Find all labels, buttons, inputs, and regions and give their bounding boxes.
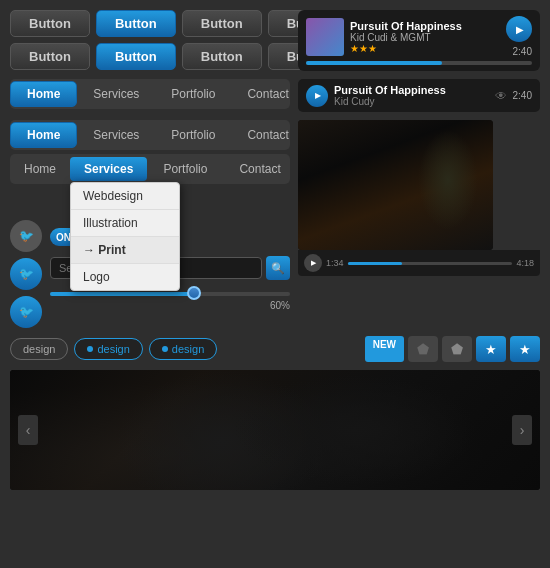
star-icon-1: ★: [485, 342, 497, 357]
slider-thumb[interactable]: [187, 286, 201, 300]
btn-2-1[interactable]: Button: [10, 43, 90, 70]
nav1-portfolio[interactable]: Portfolio: [155, 82, 231, 106]
slider-percent: 60%: [50, 300, 290, 311]
video-time: 1:34: [326, 258, 344, 268]
twitter-btn-1[interactable]: 🐦: [10, 220, 42, 252]
pentagon-btn-1[interactable]: ⬟: [408, 336, 438, 362]
music-duration: 2:40: [513, 46, 532, 57]
toggle-on-label: ON: [56, 232, 71, 243]
left-arrow-icon: ‹: [26, 422, 31, 438]
slider-track[interactable]: [50, 292, 290, 296]
music2-title: Pursuit Of Happiness: [334, 84, 489, 96]
print-arrow: →: [83, 243, 98, 257]
star-btn-2[interactable]: ★: [510, 336, 540, 362]
twitter-icon-3: 🐦: [19, 305, 34, 319]
music-progress-fill: [306, 61, 442, 65]
music-stars: ★★★: [350, 43, 500, 54]
nav-row-2: Home Services Portfolio Contact: [10, 120, 290, 150]
nav1-services[interactable]: Services: [77, 82, 155, 106]
video-controls: ▶ 1:34 4:18: [298, 250, 540, 276]
new-badge: NEW: [365, 336, 404, 362]
btn-2-2[interactable]: Button: [96, 43, 176, 70]
video-progress-bar[interactable]: [348, 262, 513, 265]
nav2-portfolio[interactable]: Portfolio: [155, 123, 231, 147]
dropdown-illustration[interactable]: Illustration: [71, 210, 179, 237]
music-player-1: Pursuit Of Happiness Kid Cudi & MGMT ★★★…: [298, 10, 540, 71]
services-dropdown: Webdesign Illustration → Print Logo: [70, 182, 180, 291]
pentagon-btn-2[interactable]: ⬟: [442, 336, 472, 362]
eye-icon[interactable]: 👁: [495, 89, 507, 103]
tag-plain[interactable]: design: [10, 338, 68, 360]
nav2-contact[interactable]: Contact: [231, 123, 304, 147]
album-art: [306, 18, 344, 56]
right-arrow-icon: ›: [520, 422, 525, 438]
btn-1-3[interactable]: Button: [182, 10, 262, 37]
nav2-home[interactable]: Home: [10, 122, 77, 148]
nav3-home[interactable]: Home: [10, 157, 70, 181]
nav1-contact[interactable]: Contact: [231, 82, 304, 106]
nav-row-3-wrapper: Home Services Portfolio Contact Webdesig…: [10, 154, 290, 184]
top-section: Button Button Button Button Button Butto…: [10, 10, 540, 71]
music-player-2-container: ▶ Pursuit Of Happiness Kid Cudy 👁 2:40: [298, 79, 540, 112]
tag-dot-label: design: [97, 343, 129, 355]
nav-row-2-container: Home Services Portfolio Contact Home Ser…: [10, 120, 290, 328]
twitter-btn-3[interactable]: 🐦: [10, 296, 42, 328]
music-progress-bar[interactable]: [306, 61, 532, 65]
video-progress-fill: [348, 262, 402, 265]
nav-row-1: Home Services Portfolio Contact: [10, 79, 290, 109]
slider-fill: [50, 292, 194, 296]
dropdown-logo[interactable]: Logo: [71, 264, 179, 290]
twitter-btn-2[interactable]: 🐦: [10, 258, 42, 290]
dropdown-print[interactable]: → Print: [71, 237, 179, 264]
play2-icon: ▶: [315, 91, 321, 100]
bookmark-icon-2: ⬟: [451, 341, 463, 357]
music-artist: Kid Cudi & MGMT: [350, 32, 500, 43]
nav2-video-row: Home Services Portfolio Contact Home Ser…: [10, 120, 540, 328]
tag-btn-dot: [162, 346, 168, 352]
nav1-home[interactable]: Home: [10, 81, 77, 107]
video-play-button[interactable]: ▶: [304, 254, 322, 272]
video-play-icon: ▶: [311, 259, 316, 267]
button-row-2: Button Button Button Button: [10, 43, 290, 70]
music-play-button[interactable]: ▶: [506, 16, 532, 42]
nav-row-1-container: Home Services Portfolio Contact: [10, 79, 290, 112]
bottom-photo: ‹ ›: [10, 370, 540, 490]
video-figure: [298, 120, 493, 250]
tags-row: design design design NEW ⬟ ⬟ ★ ★: [10, 336, 540, 362]
main-container: Button Button Button Button Button Butto…: [0, 0, 550, 568]
nav-row-3: Home Services Portfolio Contact: [10, 154, 290, 184]
music-player-2: ▶ Pursuit Of Happiness Kid Cudy 👁 2:40: [298, 79, 540, 112]
nav-music-row: Home Services Portfolio Contact ▶ Pursui…: [10, 79, 540, 112]
play-icon: ▶: [516, 24, 524, 35]
tag-dot-indicator: [87, 346, 93, 352]
photo-next-button[interactable]: ›: [512, 415, 532, 445]
nav3-contact[interactable]: Contact: [223, 157, 296, 181]
music-info: Pursuit Of Happiness Kid Cudi & MGMT ★★★: [350, 20, 500, 54]
btn-1-2[interactable]: Button: [96, 10, 176, 37]
tag-dot-design[interactable]: design: [74, 338, 142, 360]
star-btn-1[interactable]: ★: [476, 336, 506, 362]
music2-play-button[interactable]: ▶: [306, 85, 328, 107]
twitter-icon-2: 🐦: [19, 267, 34, 281]
dropdown-print-label: Print: [98, 243, 125, 257]
star-icon-2: ★: [519, 342, 531, 357]
search-button[interactable]: 🔍: [266, 256, 290, 280]
tag-btn-design[interactable]: design: [149, 338, 217, 360]
video-total-time: 4:18: [516, 258, 534, 268]
video-thumbnail: [298, 120, 493, 250]
music-top: Pursuit Of Happiness Kid Cudi & MGMT ★★★…: [306, 16, 532, 57]
search-icon: 🔍: [271, 262, 285, 275]
tag-btn-label: design: [172, 343, 204, 355]
dropdown-webdesign[interactable]: Webdesign: [71, 183, 179, 210]
video-section: ▶ 1:34 4:18: [298, 120, 540, 328]
btn-1-1[interactable]: Button: [10, 10, 90, 37]
btn-2-3[interactable]: Button: [182, 43, 262, 70]
music2-artist: Kid Cudy: [334, 96, 489, 107]
music2-info: Pursuit Of Happiness Kid Cudy: [334, 84, 489, 107]
video-figure-shape: [418, 130, 478, 230]
button-section: Button Button Button Button Button Butto…: [10, 10, 290, 71]
nav3-services-active[interactable]: Services: [70, 157, 147, 181]
nav2-services[interactable]: Services: [77, 123, 155, 147]
nav3-portfolio[interactable]: Portfolio: [147, 157, 223, 181]
photo-prev-button[interactable]: ‹: [18, 415, 38, 445]
